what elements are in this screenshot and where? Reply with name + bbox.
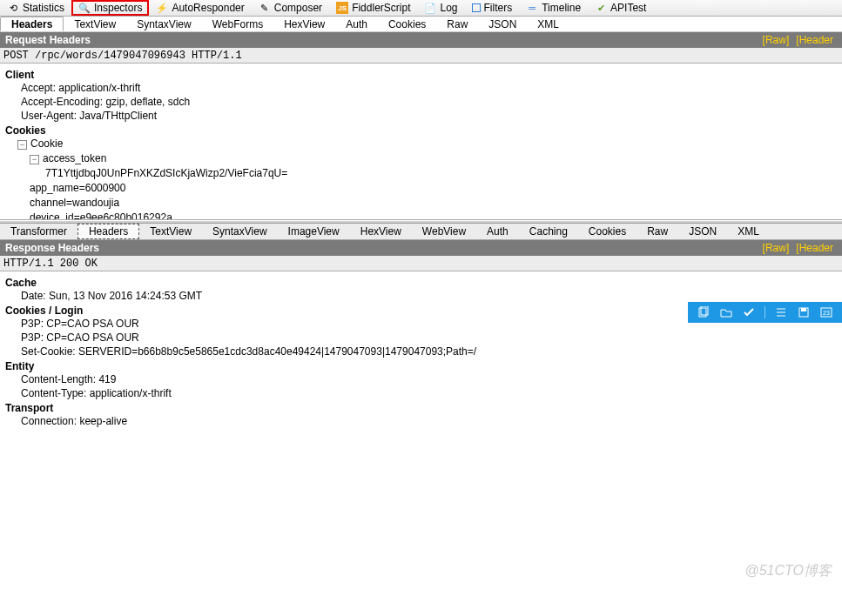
- tab-label: Log: [440, 2, 457, 14]
- req-tab-xml[interactable]: XML: [527, 17, 569, 31]
- res-tab-imageview[interactable]: ImageView: [278, 224, 350, 239]
- req-tab-hexview[interactable]: HexView: [273, 17, 335, 31]
- inspect-icon: 🔍: [78, 2, 91, 14]
- svg-text:23: 23: [823, 310, 830, 316]
- check-icon: ✔: [595, 2, 607, 14]
- req-tab-json[interactable]: JSON: [478, 17, 527, 31]
- tool-check-icon[interactable]: [742, 305, 756, 319]
- req-tab-auth[interactable]: Auth: [335, 17, 378, 31]
- svg-rect-3: [801, 308, 806, 311]
- tab-label: AutoResponder: [172, 2, 244, 14]
- cat-client: Client: [5, 69, 837, 81]
- tab-autoresponder[interactable]: ⚡AutoResponder: [149, 0, 251, 16]
- collapse-icon[interactable]: −: [17, 140, 27, 150]
- section-title: Response Headers: [5, 240, 99, 256]
- request-tree[interactable]: Client Accept: application/x-thrift Acce…: [0, 64, 842, 220]
- res-tab-xml[interactable]: XML: [727, 224, 770, 239]
- response-line: HTTP/1.1 200 OK: [0, 256, 842, 271]
- cat-transport: Transport: [5, 402, 837, 414]
- res-tab-raw[interactable]: Raw: [637, 224, 678, 239]
- compose-icon: ✎: [259, 2, 271, 14]
- req-tab-syntaxview[interactable]: SyntaxView: [126, 17, 201, 31]
- tab-label: Composer: [274, 2, 322, 14]
- tool-save-icon[interactable]: [797, 305, 811, 319]
- res-tab-syntaxview[interactable]: SyntaxView: [202, 224, 277, 239]
- tab-label: Inspectors: [94, 2, 142, 14]
- cat-cookies: Cookies: [5, 124, 837, 137]
- tab-label: Filters: [484, 2, 513, 14]
- cookie-val[interactable]: 7T1YttjdbqJ0UnPFnXKZdSIcKjaWizp2/VieFcia…: [5, 166, 837, 181]
- tab-label: FiddlerScript: [352, 2, 410, 14]
- tab-composer[interactable]: ✎Composer: [252, 0, 329, 16]
- cookie-rest[interactable]: channel=wandoujia: [5, 196, 837, 211]
- cat-cache: Cache: [5, 277, 837, 289]
- tab-label: Statistics: [23, 2, 64, 14]
- js-icon: JS: [336, 2, 348, 14]
- bolt-icon: ⚡: [156, 2, 168, 14]
- res-tab-cookies[interactable]: Cookies: [578, 224, 637, 239]
- cookie-rest[interactable]: app_name=6000900: [5, 181, 837, 196]
- tab-apitest[interactable]: ✔APITest: [588, 0, 653, 16]
- res-tab-webview[interactable]: WebView: [412, 224, 476, 239]
- res-raw-link[interactable]: [Raw]: [759, 240, 793, 256]
- leaf[interactable]: Content-Length: 419: [5, 372, 837, 386]
- cookie-node[interactable]: −Cookie: [5, 137, 837, 151]
- collapse-icon[interactable]: −: [30, 155, 39, 164]
- res-tab-json[interactable]: JSON: [678, 224, 727, 239]
- node-label: access_token: [43, 152, 106, 164]
- watermark: @51CTO博客: [744, 562, 832, 580]
- res-tab-caching[interactable]: Caching: [519, 224, 578, 239]
- leaf[interactable]: Accept: application/x-thrift: [5, 81, 837, 95]
- tab-inspectors[interactable]: 🔍Inspectors: [71, 0, 149, 16]
- response-tab-strip: Transformer Headers TextView SyntaxView …: [0, 224, 842, 240]
- tool-list-icon[interactable]: [774, 305, 788, 319]
- tab-statistics[interactable]: ⟲Statistics: [0, 0, 71, 16]
- main-tab-strip: ⟲Statistics 🔍Inspectors ⚡AutoResponder ✎…: [0, 0, 842, 17]
- req-raw-link[interactable]: [Raw]: [759, 32, 793, 48]
- response-headers-bar: Response Headers [Raw] [Header: [0, 240, 842, 256]
- section-title: Request Headers: [5, 32, 91, 48]
- filter-icon: [472, 3, 481, 12]
- divider: [765, 306, 765, 318]
- tab-filters[interactable]: Filters: [465, 0, 520, 16]
- req-tab-raw[interactable]: Raw: [436, 17, 478, 31]
- request-subtab-strip: Headers TextView SyntaxView WebForms Hex…: [0, 17, 842, 32]
- tool-copy-icon[interactable]: [697, 305, 711, 319]
- req-tab-cookies[interactable]: Cookies: [378, 17, 436, 31]
- res-tab-auth[interactable]: Auth: [476, 224, 519, 239]
- res-tab-hexview[interactable]: HexView: [350, 224, 412, 239]
- tab-fiddlerscript[interactable]: JSFiddlerScript: [329, 0, 417, 16]
- req-tab-textview[interactable]: TextView: [64, 17, 126, 31]
- res-header-link[interactable]: [Header: [792, 240, 837, 256]
- leaf[interactable]: Content-Type: application/x-thrift: [5, 386, 837, 400]
- leaf[interactable]: Connection: keep-alive: [5, 414, 837, 428]
- cookie-sub[interactable]: −access_token: [5, 151, 837, 166]
- res-tab-headers[interactable]: Headers: [77, 224, 139, 239]
- request-headers-bar: Request Headers [Raw] [Header: [0, 32, 842, 48]
- tab-timeline[interactable]: ═Timeline: [519, 0, 588, 16]
- tab-label: APITest: [610, 2, 646, 14]
- node-label: Cookie: [30, 137, 63, 150]
- res-tab-textview[interactable]: TextView: [139, 224, 202, 239]
- leaf[interactable]: P3P: CP=CAO PSA OUR: [5, 331, 837, 345]
- leaf[interactable]: Date: Sun, 13 Nov 2016 14:24:53 GMT: [5, 289, 837, 303]
- leaf[interactable]: User-Agent: Java/THttpClient: [5, 109, 837, 123]
- response-tree[interactable]: Cache Date: Sun, 13 Nov 2016 14:24:53 GM…: [0, 271, 842, 589]
- req-tab-webforms[interactable]: WebForms: [202, 17, 273, 31]
- request-line: POST /rpc/words/1479047096943 HTTP/1.1: [0, 48, 842, 64]
- leaf[interactable]: Accept-Encoding: gzip, deflate, sdch: [5, 95, 837, 109]
- res-tab-transformer[interactable]: Transformer: [0, 224, 77, 239]
- timeline-icon: ═: [526, 2, 538, 14]
- tab-log[interactable]: 📄Log: [417, 0, 464, 16]
- tab-label: Timeline: [542, 2, 581, 14]
- cat-entity: Entity: [5, 360, 837, 372]
- cookie-rest[interactable]: device_id=e9ee6c80b016292a: [5, 211, 837, 220]
- stats-icon: ⟲: [7, 2, 19, 14]
- floating-toolbar: 23: [688, 302, 842, 323]
- tool-folder-icon[interactable]: [719, 305, 733, 319]
- req-tab-headers[interactable]: Headers: [0, 17, 64, 31]
- req-header-link[interactable]: [Header: [792, 32, 837, 48]
- log-icon: 📄: [424, 2, 436, 14]
- leaf[interactable]: Set-Cookie: SERVERID=b66b8b9c5e5865e1cdc…: [5, 345, 837, 358]
- tool-num-icon[interactable]: 23: [819, 305, 833, 319]
